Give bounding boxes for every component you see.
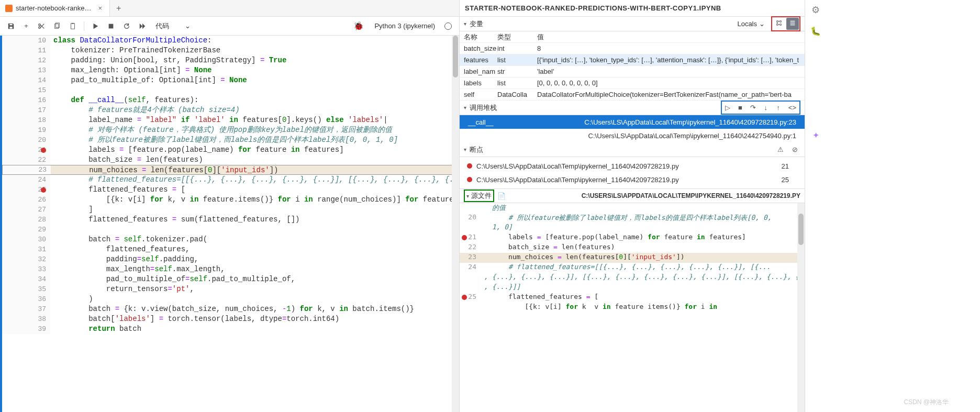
- source-line[interactable]: 23 num_choices = len(features[0]['input_…: [460, 253, 805, 263]
- line-number[interactable]: 26: [2, 195, 50, 205]
- code-line[interactable]: 36 ): [2, 294, 459, 304]
- source-line[interactable]: 22 batch_size = len(features): [460, 243, 805, 253]
- source-line[interactable]: 24 # flattened_features=[[{...}, {...}, …: [460, 263, 805, 273]
- line-number[interactable]: 10: [2, 36, 50, 46]
- code-line[interactable]: 13 max_length: Optional[int] = None: [2, 65, 459, 75]
- line-number[interactable]: 19: [2, 125, 50, 135]
- code-line[interactable]: 12 padding: Union[bool, str, PaddingStra…: [2, 55, 459, 65]
- callstack-section-header[interactable]: ▾ 调用堆栈 ▷ ■ ↷ ↓ ↑ <>: [460, 101, 805, 115]
- line-number[interactable]: 39: [2, 324, 50, 334]
- line-number[interactable]: 37: [2, 304, 50, 314]
- continue-button[interactable]: ▷: [723, 103, 732, 113]
- code-line[interactable]: 28 flattened_features = sum(flattened_fe…: [2, 215, 459, 225]
- code-line[interactable]: 23 num_choices = len(features[0]['input_…: [2, 165, 459, 175]
- variable-row[interactable]: batch_sizeint8: [460, 43, 805, 54]
- line-number[interactable]: 21: [2, 145, 50, 155]
- table-view-button[interactable]: [786, 18, 799, 30]
- source-line[interactable]: 25 flattened_features = [: [460, 293, 805, 303]
- code-line[interactable]: 17 # features就是4个样本 (batch size=4): [2, 105, 459, 115]
- variables-section-header[interactable]: ▾ 变量 Locals ⌄: [460, 17, 805, 31]
- stop-button[interactable]: [104, 20, 118, 32]
- line-number[interactable]: 17: [2, 105, 50, 115]
- source-line[interactable]: 21 labels = [feature.pop(label_name) for…: [460, 233, 805, 243]
- variable-row[interactable]: selfDataCollaDataCollatorForMultipleChoi…: [460, 89, 805, 101]
- code-line[interactable]: 10class DataCollatorForMultipleChoice:: [2, 36, 459, 46]
- source-line[interactable]: , {...}, {...}, {...}], [{...}, {...}, {…: [460, 273, 805, 283]
- cut-button[interactable]: [35, 20, 48, 32]
- line-number[interactable]: 35: [2, 284, 50, 294]
- callstack-frame[interactable]: __call__C:\Users\LS\AppData\Local\Temp\i…: [460, 115, 805, 129]
- code-line[interactable]: 32 padding=self.padding,: [2, 254, 459, 264]
- line-number[interactable]: 29: [2, 225, 50, 235]
- code-line[interactable]: 18 label_name = "label" if 'label' in fe…: [2, 115, 459, 125]
- code-line[interactable]: 30 batch = self.tokenizer.pad(: [2, 235, 459, 244]
- step-over-button[interactable]: ↷: [748, 103, 758, 113]
- add-cell-button[interactable]: +: [20, 20, 32, 32]
- source-line[interactable]: 的值: [460, 203, 805, 213]
- code-editor[interactable]: 10class DataCollatorForMultipleChoice:11…: [0, 36, 459, 412]
- scrollbar-vertical[interactable]: [797, 203, 805, 412]
- debug-icon[interactable]: 🐞: [349, 21, 368, 31]
- line-number[interactable]: 22: [2, 155, 50, 165]
- line-number[interactable]: 28: [2, 215, 50, 225]
- code-line[interactable]: 25 flattened_features = [: [2, 185, 459, 195]
- source-section-header[interactable]: ▾ 源文件 📄 C:\USERS\LS\APPDATA\LOCAL\TEMP\I…: [460, 188, 805, 203]
- breakpoint-row[interactable]: C:\Users\LS\AppData\Local\Temp\ipykernel…: [460, 173, 805, 186]
- paste-button[interactable]: [66, 20, 80, 32]
- code-line[interactable]: 20 # 所以feature被删除了label键值对，而labels的值是四个样…: [2, 135, 459, 145]
- code-line[interactable]: 39 return batch: [2, 324, 459, 334]
- code-line[interactable]: 31 flattened_features,: [2, 244, 459, 254]
- line-number[interactable]: 24: [2, 175, 50, 185]
- code-line[interactable]: 14 pad_to_multiple_of: Optional[int] = N…: [2, 75, 459, 85]
- save-button[interactable]: [4, 20, 18, 32]
- kernel-name[interactable]: Python 3 (ipykernel): [370, 22, 439, 30]
- scrollbar-vertical[interactable]: [452, 36, 459, 412]
- line-number[interactable]: 33: [2, 264, 50, 274]
- restart-button[interactable]: [120, 20, 133, 32]
- line-number[interactable]: 30: [2, 235, 50, 244]
- step-into-button[interactable]: ↓: [761, 103, 771, 113]
- sparkle-icon[interactable]: ✦: [812, 130, 819, 140]
- code-line[interactable]: 16 def __call__(self, features):: [2, 95, 459, 105]
- copy-button[interactable]: [50, 20, 64, 32]
- line-number[interactable]: 27: [2, 205, 50, 215]
- line-number[interactable]: 23: [3, 165, 51, 174]
- callstack-frame[interactable]: C:\Users\LS\AppData\Local\Temp\ipykernel…: [460, 129, 805, 142]
- code-line[interactable]: 29: [2, 225, 459, 235]
- code-line[interactable]: 15: [2, 85, 459, 95]
- run-all-button[interactable]: [136, 20, 149, 32]
- line-number[interactable]: 34: [2, 274, 50, 284]
- source-line[interactable]: 1, 0]: [460, 223, 805, 233]
- code-line[interactable]: 22 batch_size = len(features): [2, 155, 459, 165]
- code-line[interactable]: 11 tokenizer: PreTrainedTokenizerBase: [2, 46, 459, 55]
- variable-row[interactable]: labelslist[0, 0, 0, 0, 0, 0, 0, 0]: [460, 77, 805, 89]
- line-number[interactable]: 32: [2, 254, 50, 264]
- line-number[interactable]: 36: [2, 294, 50, 304]
- source-line[interactable]: [{k: v[i] for k v in feature items()} fo…: [460, 303, 805, 313]
- line-number[interactable]: 18: [2, 115, 50, 125]
- line-number[interactable]: 16: [2, 95, 50, 105]
- breakpoints-section-header[interactable]: ▾ 断点 ⚠ ⊘: [460, 142, 805, 157]
- line-number[interactable]: 20: [2, 135, 50, 145]
- source-line[interactable]: 20 # 所以feature被删除了label键值对，而labels的值是四个样…: [460, 213, 805, 223]
- run-button[interactable]: [88, 20, 102, 32]
- gear-icon[interactable]: ⚙: [811, 4, 820, 16]
- code-line[interactable]: 19 # 对每个样本 (feature，字典格式) 使用pop删除key为lab…: [2, 125, 459, 135]
- cell-type-select[interactable]: 代码 ⌄: [151, 20, 195, 32]
- kernel-status-indicator[interactable]: [444, 23, 452, 30]
- line-number[interactable]: 14: [2, 75, 50, 85]
- line-number[interactable]: 12: [2, 55, 50, 65]
- line-number[interactable]: 13: [2, 65, 50, 75]
- code-line[interactable]: 33 max_length=self.max_length,: [2, 264, 459, 274]
- code-line[interactable]: 34 pad_to_multiple_of=self.pad_to_multip…: [2, 274, 459, 284]
- variable-row[interactable]: label_namstr'label': [460, 66, 805, 77]
- tree-view-button[interactable]: [773, 18, 785, 30]
- close-icon[interactable]: ×: [96, 4, 104, 12]
- pause-button[interactable]: ■: [736, 103, 745, 113]
- warning-icon[interactable]: ⚠: [775, 144, 786, 155]
- line-number[interactable]: 31: [2, 244, 50, 254]
- code-line[interactable]: 27 ]: [2, 205, 459, 215]
- line-number[interactable]: 38: [2, 314, 50, 324]
- scope-select[interactable]: Locals ⌄: [734, 19, 768, 29]
- source-code-viewer[interactable]: 的值20 # 所以feature被删除了label键值对，而labels的值是四…: [460, 203, 805, 412]
